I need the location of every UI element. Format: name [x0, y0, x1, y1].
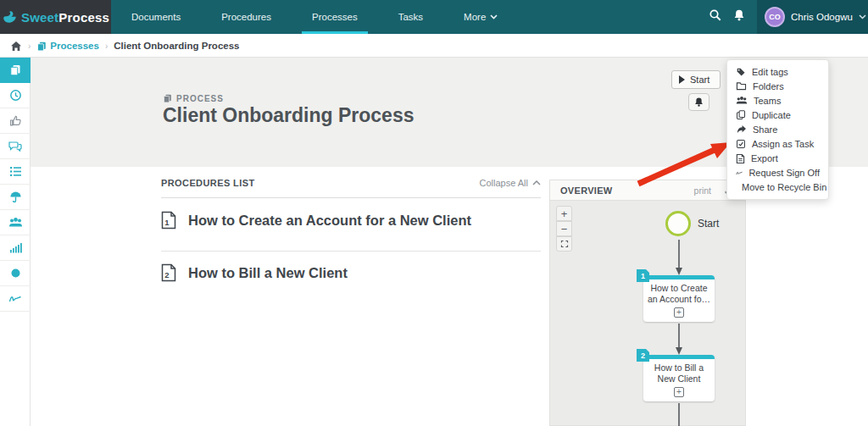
divider	[161, 251, 541, 252]
sweetprocess-app: SweetProcess Documents Procedures Proces…	[0, 0, 868, 426]
node-number-badge: 1	[637, 269, 649, 282]
nav-item-documents[interactable]: Documents	[111, 0, 201, 34]
flowchart-start-node[interactable]	[665, 211, 691, 236]
process-type-label: PROCESS	[163, 93, 224, 103]
nav-item-processes[interactable]: Processes	[292, 0, 378, 34]
fit-screen-icon	[560, 240, 569, 248]
procedures-list-title: PROCEDURES LIST	[161, 178, 255, 188]
breadcrumb-separator: ›	[105, 41, 108, 51]
nav-menu: Documents Procedures Processes Tasks Mor…	[111, 0, 518, 34]
breadcrumb-current: Client Onboarding Process	[114, 41, 239, 51]
sidebar-item-checklist[interactable]	[0, 159, 31, 185]
brand-logo[interactable]: SweetProcess	[0, 0, 111, 34]
sidebar-item-teams[interactable]	[0, 210, 31, 235]
thumbs-up-icon	[9, 114, 22, 127]
nav-item-procedures[interactable]: Procedures	[201, 0, 292, 34]
notifications-bell-icon[interactable]	[732, 8, 749, 25]
node-title: How to Create an Account fo…	[646, 283, 712, 305]
page-title: Client Onboarding Process	[163, 104, 415, 127]
procedure-item-2[interactable]: 2 How to Bill a New Client	[161, 263, 541, 282]
list-icon	[9, 166, 22, 177]
numbered-document-icon: 1	[161, 211, 176, 230]
search-icon[interactable]	[709, 8, 726, 25]
start-process-button[interactable]: Start	[671, 70, 721, 89]
clock-icon	[9, 89, 22, 102]
menu-item-export[interactable]: Export	[727, 152, 828, 166]
expand-plus-icon[interactable]: +	[674, 387, 684, 397]
zoom-out-button[interactable]: −	[556, 221, 572, 236]
folder-icon	[736, 81, 747, 91]
procedures-list-header: PROCEDURES LIST Collapse All	[161, 178, 541, 198]
umbrella-icon	[9, 191, 22, 203]
print-link[interactable]: print	[694, 185, 711, 196]
signature-icon	[8, 294, 22, 304]
overview-header: OVERVIEW print	[550, 180, 745, 201]
collapse-all-link[interactable]: Collapse All	[480, 178, 541, 188]
svg-text:2: 2	[164, 270, 169, 279]
bar-chart-icon	[9, 242, 22, 253]
user-name: Chris Odogwu	[791, 12, 853, 22]
menu-item-duplicate[interactable]: Duplicate	[727, 108, 828, 122]
signature-icon	[736, 169, 743, 178]
chevron-down-icon	[490, 14, 498, 19]
menu-item-teams[interactable]: Teams	[727, 93, 828, 108]
node-accent-bar	[643, 355, 715, 359]
play-icon	[679, 75, 685, 84]
chevron-down-icon	[859, 14, 866, 19]
file-icon	[736, 153, 745, 164]
menu-item-folders[interactable]: Folders	[727, 79, 828, 93]
duplicate-icon	[736, 109, 746, 120]
top-nav: SweetProcess Documents Procedures Proces…	[0, 0, 868, 34]
bell-icon	[693, 97, 704, 108]
nav-item-more[interactable]: More	[443, 0, 518, 34]
breadcrumb-separator: ›	[28, 41, 31, 51]
chevron-up-icon	[532, 180, 541, 185]
sidebar-item-protection[interactable]	[0, 185, 31, 210]
dot-icon	[10, 268, 21, 279]
flowchart-start-label: Start	[698, 218, 719, 230]
copy-icon	[36, 41, 47, 52]
procedure-item-1[interactable]: 1 How to Create an Account for a New Cli…	[161, 211, 541, 230]
svg-text:1: 1	[164, 218, 170, 227]
menu-item-request-sign-off[interactable]: Request Sign Off	[727, 166, 828, 180]
home-icon[interactable]	[10, 41, 22, 52]
sidebar-item-sign-off[interactable]	[0, 286, 31, 312]
watch-bell-button[interactable]	[688, 93, 709, 111]
sidebar-item-history[interactable]	[0, 83, 31, 108]
zoom-in-button[interactable]: +	[556, 206, 572, 221]
comments-icon	[8, 141, 22, 152]
expand-plus-icon[interactable]: +	[674, 307, 684, 318]
breadcrumb-bar: › Processes › Client Onboarding Process	[0, 34, 868, 58]
checkbox-icon	[736, 139, 746, 149]
menu-item-move-to-recycle-bin[interactable]: Move to Recycle Bin	[727, 180, 828, 195]
menu-item-edit-tags[interactable]: Edit tags	[727, 64, 828, 79]
overview-title: OVERVIEW	[560, 185, 613, 196]
user-menu[interactable]: CO Chris Odogwu	[757, 0, 868, 34]
node-title: How to Bill a New Client	[646, 362, 712, 385]
left-sidebar	[0, 58, 31, 426]
breadcrumb-link-processes[interactable]: Processes	[36, 41, 99, 52]
node-accent-bar	[643, 275, 715, 279]
flowchart-node-2[interactable]: 2 How to Bill a New Client +	[643, 355, 715, 401]
team-icon	[8, 217, 23, 228]
sidebar-item-comments[interactable]	[0, 134, 31, 159]
documents-icon	[9, 64, 21, 76]
process-icon	[163, 93, 172, 103]
avatar: CO	[765, 7, 785, 27]
sidebar-item-reports[interactable]	[0, 235, 31, 261]
zoom-fit-button[interactable]	[556, 236, 572, 252]
node-number-badge: 2	[637, 349, 649, 362]
brand-text: SweetProcess	[21, 10, 109, 25]
sidebar-item-documents[interactable]	[0, 58, 31, 83]
actions-dropdown-menu: Edit tags Folders Teams Duplicate Share …	[726, 59, 829, 200]
sidebar-item-status[interactable]	[0, 261, 31, 286]
sweetprocess-logo-icon	[2, 10, 18, 25]
menu-item-assign-as-task[interactable]: Assign as Task	[727, 137, 828, 152]
tag-icon	[736, 67, 746, 77]
nav-item-tasks[interactable]: Tasks	[378, 0, 443, 34]
flowchart-node-1[interactable]: 1 How to Create an Account fo… +	[643, 275, 715, 322]
breadcrumb: › Processes › Client Onboarding Process	[10, 34, 239, 58]
menu-item-share[interactable]: Share	[727, 122, 828, 136]
team-icon	[736, 96, 748, 105]
sidebar-item-approvals[interactable]	[0, 108, 31, 134]
